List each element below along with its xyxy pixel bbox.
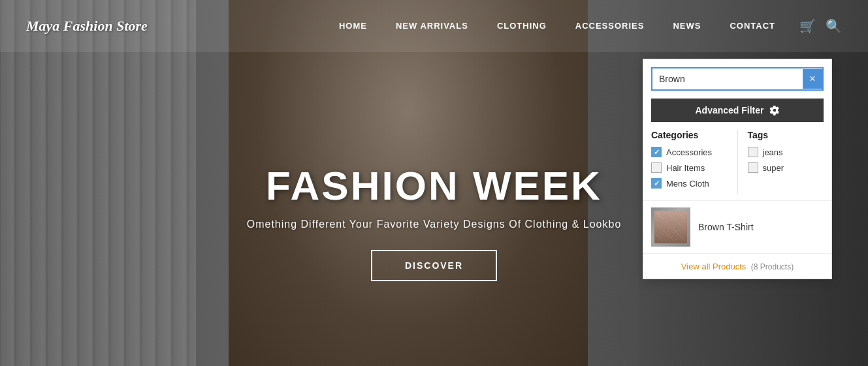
advanced-filter-label: Advanced Filter [695,105,764,115]
nav-link-accessories[interactable]: ACCESSORIES [561,0,659,52]
discover-button[interactable]: DISCOVER [371,250,497,281]
nav-item-accessories[interactable]: ACCESSORIES [561,0,659,52]
product-thumbnail [651,207,690,247]
tags-column: Tags jeans super [748,130,824,194]
hero-section: Maya Fashion Store HOME NEW ARRIVALS CLO… [0,0,868,366]
view-all-count: (8 Products) [751,262,794,271]
category-label-hair-items: Hair Items [666,163,705,173]
nav-links: HOME NEW ARRIVALS CLOTHING ACCESSORIES N… [325,0,790,52]
nav-link-contact[interactable]: CONTACT [715,0,790,52]
filter-columns: Categories Accessories Hair Items Mens C… [643,130,831,200]
category-checkbox-accessories[interactable] [651,147,662,157]
categories-column: Categories Accessories Hair Items Mens C… [651,130,728,194]
categories-label: Categories [651,130,728,140]
category-checkbox-hair-items[interactable] [651,162,662,173]
nav-link-news[interactable]: NEWS [658,0,715,52]
search-clear-button[interactable]: × [803,69,822,89]
tag-item-jeans: jeans [748,147,824,157]
navbar: Maya Fashion Store HOME NEW ARRIVALS CLO… [0,0,868,52]
category-label-mens-cloth: Mens Cloth [666,179,709,189]
column-divider [737,130,738,194]
category-item-accessories: Accessories [651,147,728,157]
nav-item-clothing[interactable]: CLOTHING [483,0,561,52]
category-item-mens-cloth: Mens Cloth [651,178,728,189]
category-label-accessories: Accessories [666,147,712,157]
advanced-filter-button[interactable]: Advanced Filter [651,99,824,122]
nav-item-new-arrivals[interactable]: NEW ARRIVALS [381,0,483,52]
tag-label-super: super [763,163,784,173]
cart-icon[interactable]: 🛒 [799,18,816,34]
product-result[interactable]: Brown T-Shirt [643,200,831,253]
nav-item-contact[interactable]: CONTACT [715,0,790,52]
gear-icon [769,105,780,115]
tag-checkbox-super[interactable] [748,162,758,173]
tag-label-jeans: jeans [763,147,783,157]
tag-checkbox-jeans[interactable] [748,147,758,157]
nav-icons: 🛒 🔍 [799,18,842,34]
search-icon[interactable]: 🔍 [826,18,842,34]
category-item-hair-items: Hair Items [651,162,728,173]
nav-item-home[interactable]: HOME [325,0,381,52]
view-all-row: View all Products (8 Products) [643,253,831,279]
view-all-link[interactable]: View all Products [681,262,746,271]
search-input-row: × [651,67,824,91]
search-input[interactable] [652,69,803,89]
nav-link-clothing[interactable]: CLOTHING [483,0,561,52]
tags-label: Tags [748,130,824,140]
logo: Maya Fashion Store [26,18,148,35]
tag-item-super: super [748,162,824,173]
category-checkbox-mens-cloth[interactable] [651,178,662,189]
product-name: Brown T-Shirt [698,222,754,232]
search-panel: × Advanced Filter Categories Accessories… [643,59,832,279]
nav-link-home[interactable]: HOME [325,0,381,52]
nav-link-new-arrivals[interactable]: NEW ARRIVALS [381,0,483,52]
nav-item-news[interactable]: NEWS [658,0,715,52]
